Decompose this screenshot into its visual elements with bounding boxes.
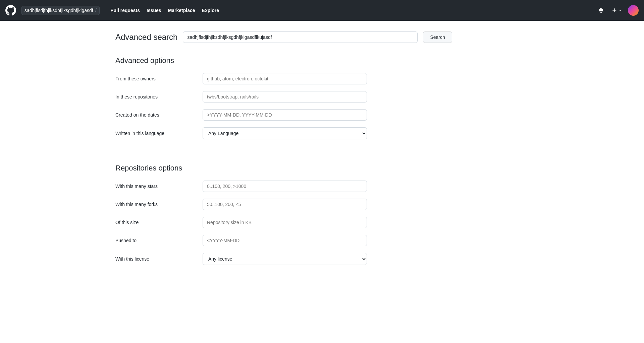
nav-pull-requests[interactable]: Pull requests [108,6,143,15]
forks-field [203,199,367,210]
search-header: Advanced search Search [115,31,529,43]
repo-pill[interactable]: sadhjflsdjfhjlksdhfjlksgdhfjklgasdf / [21,6,100,15]
navbar-right [596,5,639,16]
created-dates-row: Created on the dates [115,109,529,121]
in-repos-field [203,91,367,102]
language-label: Written in this language [115,131,203,136]
forks-row: With this many forks [115,199,529,210]
main-content: Advanced search Search Advanced options … [107,21,537,289]
page-title: Advanced search [115,32,177,42]
search-button[interactable]: Search [423,31,452,43]
in-repos-input[interactable] [203,91,367,102]
license-row: With this license Any licenseApache Lice… [115,253,529,265]
size-field [203,217,367,228]
pushed-to-label: Pushed to [115,238,203,243]
language-field: Any LanguageCC#C++CSSGoHTMLJavaJavaScrip… [203,127,367,139]
slash-separator: / [95,7,97,13]
nav-issues[interactable]: Issues [144,6,164,15]
pushed-to-row: Pushed to [115,235,529,246]
pushed-to-field [203,235,367,246]
language-select[interactable]: Any LanguageCC#C++CSSGoHTMLJavaJavaScrip… [203,127,367,139]
created-dates-label: Created on the dates [115,112,203,118]
stars-label: With this many stars [115,184,203,189]
pushed-to-input[interactable] [203,235,367,246]
in-repos-label: In these repositories [115,94,203,99]
github-logo[interactable] [5,5,16,16]
license-select[interactable]: Any licenseApache License 2.0GNU General… [203,253,367,265]
size-label: Of this size [115,220,203,225]
forks-label: With this many forks [115,202,203,207]
license-label: With this license [115,256,203,262]
notifications-button[interactable] [596,6,606,14]
from-owners-field [203,73,367,84]
advanced-options-title: Advanced options [115,56,529,65]
stars-input[interactable] [203,181,367,192]
section-divider [115,153,529,153]
from-owners-input[interactable] [203,73,367,84]
advanced-options-section: Advanced options From these owners In th… [115,56,529,139]
nav-explore[interactable]: Explore [199,6,222,15]
nav-marketplace[interactable]: Marketplace [165,6,198,15]
in-repos-row: In these repositories [115,91,529,102]
repositories-options-title: Repositories options [115,164,529,173]
search-input-wrap [183,31,418,43]
size-row: Of this size [115,217,529,228]
language-row: Written in this language Any LanguageCC#… [115,127,529,139]
repositories-options-section: Repositories options With this many star… [115,164,529,265]
stars-row: With this many stars [115,181,529,192]
repo-name: sadhjflsdjfhjlksdhfjlksgdhfjklgasdf [24,8,93,13]
from-owners-row: From these owners [115,73,529,84]
size-input[interactable] [203,217,367,228]
main-nav: Pull requests Issues Marketplace Explore [108,6,222,15]
stars-field [203,181,367,192]
created-dates-input[interactable] [203,109,367,121]
from-owners-label: From these owners [115,76,203,81]
new-menu-button[interactable] [610,6,624,14]
main-search-input[interactable] [183,31,418,43]
license-field: Any licenseApache License 2.0GNU General… [203,253,367,265]
navbar: sadhjflsdjfhjlksdhfjlksgdhfjklgasdf / Pu… [0,0,644,21]
avatar[interactable] [628,5,639,16]
forks-input[interactable] [203,199,367,210]
created-dates-field [203,109,367,121]
